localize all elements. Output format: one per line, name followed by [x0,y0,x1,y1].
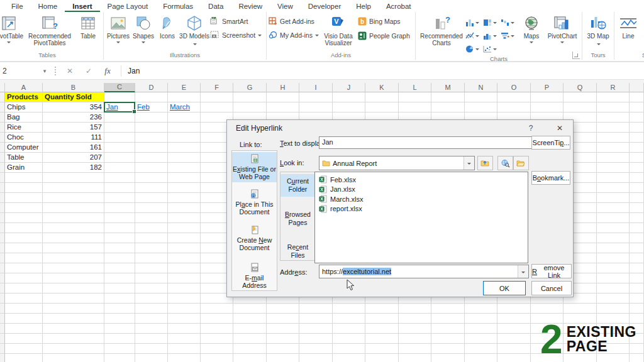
cell[interactable] [597,143,630,153]
cell[interactable] [531,92,564,102]
cell[interactable] [630,173,644,183]
file-item[interactable]: X Feb.xlsx [315,175,528,185]
insert-waterfall-chart-button[interactable] [501,19,518,26]
tab-help[interactable]: Help [348,1,379,12]
cell[interactable] [201,102,233,112]
cell[interactable] [531,102,564,112]
cell[interactable] [168,314,201,324]
insert-column-chart-button[interactable] [465,19,483,26]
cell[interactable] [333,314,365,324]
cell[interactable] [104,223,135,233]
cell[interactable] [5,334,43,344]
cell[interactable] [299,304,333,314]
remove-link-button[interactable]: Remove Link [531,264,572,278]
insert-function-icon[interactable]: fx [98,66,117,76]
row-header[interactable] [0,304,5,314]
cell[interactable] [168,193,201,203]
bookmark-button[interactable]: Bookmark... [531,171,570,185]
cell[interactable] [267,102,299,112]
cell[interactable] [5,233,43,243]
cell[interactable] [104,123,135,133]
cell[interactable] [5,354,43,362]
cell[interactable] [465,314,497,324]
column-header-O[interactable]: O [497,83,531,92]
tab-formulas[interactable]: Formulas [155,1,201,12]
cell[interactable] [630,304,644,314]
cell[interactable] [5,253,43,263]
dialog-help-icon[interactable]: ? [521,120,540,136]
cell[interactable] [399,334,431,344]
cell[interactable] [135,344,168,354]
cell[interactable] [5,324,43,334]
cell[interactable] [135,293,168,304]
cell[interactable] [497,354,531,362]
cell[interactable] [43,233,104,243]
sparkline-column-button[interactable]: Column [640,12,644,40]
row-header[interactable] [0,273,5,283]
cell[interactable] [201,314,233,324]
cell[interactable] [43,263,104,273]
screentip-button[interactable]: ScreenTip... [531,136,570,150]
cell[interactable] [168,173,201,183]
nav-current-folder[interactable]: Current Folder [280,174,315,197]
cell[interactable] [267,334,299,344]
cell[interactable] [597,213,630,223]
cell[interactable] [43,243,104,253]
cell[interactable] [630,253,644,263]
cell[interactable] [168,233,201,243]
cell[interactable] [630,183,644,193]
dialog-close-icon[interactable]: ✕ [549,120,570,136]
cancel-icon[interactable]: ✕ [60,67,79,75]
cell[interactable] [630,243,644,253]
row-header[interactable] [0,213,5,223]
cell[interactable] [497,102,531,112]
cell[interactable] [135,213,168,223]
sparkline-line-button[interactable]: Line [616,12,640,40]
row-header[interactable] [0,263,5,273]
cell[interactable] [365,324,399,334]
cell[interactable] [597,253,630,263]
cell[interactable] [135,112,168,123]
cell[interactable]: Quantity Sold [43,92,104,102]
fill-handle[interactable] [132,109,136,114]
cell[interactable] [43,173,104,183]
cell[interactable] [597,283,630,293]
column-header-I[interactable]: I [299,83,333,92]
cell[interactable] [597,163,630,173]
row-header[interactable] [0,133,5,143]
file-item[interactable]: X March.xlsx [315,194,528,204]
insert-bar-chart-button[interactable] [483,32,501,40]
cell[interactable] [104,334,135,344]
cell[interactable] [465,354,497,362]
cell[interactable] [630,92,644,102]
cell[interactable] [299,354,333,362]
cell[interactable] [267,304,299,314]
column-header-E[interactable]: E [168,83,201,92]
column-header-B[interactable]: B [43,83,104,92]
row-header[interactable] [0,283,5,293]
cell[interactable] [233,324,267,334]
cell[interactable] [597,273,630,283]
cell[interactable] [399,314,431,324]
cell[interactable] [104,314,135,324]
cell[interactable] [597,293,630,304]
cell[interactable] [135,203,168,213]
browse-web-button[interactable] [497,156,513,170]
hyperlink-jan[interactable]: Jan [106,103,118,111]
row-header[interactable] [0,354,5,362]
cell[interactable] [135,163,168,173]
cell[interactable] [135,233,168,243]
cell[interactable] [168,203,201,213]
cell[interactable] [104,344,135,354]
cell[interactable] [233,304,267,314]
cell[interactable] [5,173,43,183]
cell[interactable] [168,213,201,223]
table-button[interactable]: Table [75,12,101,40]
cell[interactable] [168,304,201,314]
column-header-Q[interactable]: Q [564,83,597,92]
cell[interactable] [630,283,644,293]
cell[interactable] [168,243,201,253]
people-graph-button[interactable]: People Graph [358,31,413,40]
smartart-button[interactable]: SmartArt [210,17,264,25]
cell[interactable] [168,253,201,263]
